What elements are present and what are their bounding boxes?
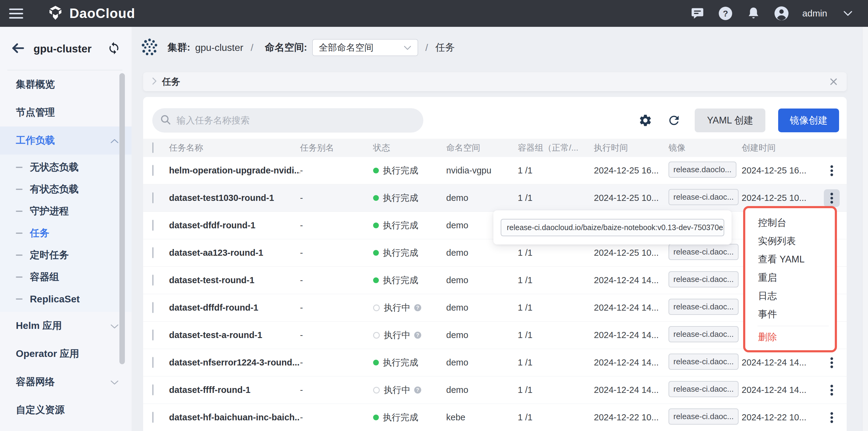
status-help-icon[interactable]: ? (414, 332, 421, 339)
row-checkbox[interactable] (152, 357, 154, 368)
kebab-menu-icon[interactable] (824, 381, 840, 399)
status-help-icon[interactable]: ? (414, 386, 421, 394)
expand-chevron-icon[interactable] (152, 77, 157, 87)
status-help-icon[interactable]: ? (414, 304, 421, 311)
yaml-create-button[interactable]: YAML 创建 (695, 109, 765, 132)
search-input[interactable] (176, 115, 415, 126)
task-name[interactable]: dataset-aa123-round-1 (169, 248, 300, 258)
sidebar-item-statefulsets[interactable]: 有状态负载 (0, 178, 131, 200)
task-name[interactable]: dataset-dffdf-round-1 (169, 303, 300, 313)
image-cell: release.daoclo... (669, 162, 742, 180)
namespace-select[interactable]: 全部命名空间 (312, 39, 418, 56)
status-success-dot (373, 277, 379, 283)
user-chevron-down-icon[interactable] (841, 6, 855, 21)
status-cell: 执行完成 (373, 411, 446, 424)
kebab-menu-icon[interactable] (824, 189, 840, 207)
sidebar-item-custom-resources[interactable]: 自定义资源 (0, 396, 131, 424)
sidebar-item-label: Helm 应用 (16, 319, 62, 333)
row-checkbox[interactable] (152, 302, 154, 313)
sidebar-item-daemonsets[interactable]: 守护进程 (0, 200, 131, 222)
menu-item-view-yaml[interactable]: 查看 YAML (745, 250, 835, 268)
row-checkbox[interactable] (152, 275, 154, 286)
kebab-menu-icon[interactable] (824, 409, 840, 426)
status-label: 执行完成 (383, 356, 418, 369)
sidebar-item-cluster-overview[interactable]: 集群概览 (0, 70, 131, 98)
row-checkbox[interactable] (152, 192, 154, 203)
sidebar-item-replicaset[interactable]: ReplicaSet (0, 288, 131, 310)
status-success-dot (373, 195, 379, 201)
menu-item-instance-list[interactable]: 实例列表 (745, 232, 835, 250)
pods-cell: 1 /1 (518, 248, 594, 258)
row-checkbox[interactable] (152, 329, 154, 341)
exec-time-cell: 2024-12-24 14... (594, 357, 669, 368)
kebab-menu-icon[interactable] (824, 162, 840, 179)
sidebar-scrollbar[interactable] (119, 73, 125, 364)
namespace-cell: demo (446, 248, 518, 258)
back-icon[interactable] (11, 43, 24, 55)
avatar[interactable] (774, 6, 789, 21)
task-name[interactable]: dataset-hf-baichuan-inc-baich... (169, 412, 300, 423)
pods-cell: 1 /1 (518, 166, 594, 176)
namespace-label: 命名空间: (265, 41, 307, 54)
sidebar-item-workloads[interactable]: 工作负载 (0, 126, 131, 154)
col-task-name: 任务名称 (169, 142, 300, 154)
separator: / (251, 42, 253, 53)
sidebar-item-deployments[interactable]: 无状态负载 (0, 156, 131, 178)
help-icon[interactable]: ? (718, 6, 733, 21)
pods-cell: 1 /1 (518, 303, 594, 313)
image-tag: release-ci.daoc... (669, 408, 739, 425)
sidebar-item-operator-apps[interactable]: Operator 应用 (0, 340, 131, 368)
image-create-button[interactable]: 镜像创建 (778, 109, 839, 132)
task-alias: - (300, 220, 373, 230)
row-checkbox[interactable] (152, 412, 154, 423)
task-name[interactable]: dataset-test1030-round-1 (169, 193, 300, 203)
status-success-dot (373, 360, 379, 366)
sidebar-item-cronjobs[interactable]: 定时任务 (0, 244, 131, 266)
sidebar-item-node-management[interactable]: 节点管理 (0, 98, 131, 126)
menu-item-delete[interactable]: 删除 (745, 328, 835, 346)
sidebar-item-jobs[interactable]: 任务 (0, 222, 131, 244)
page-title: 任务 (435, 41, 455, 54)
image-tag: release-ci.daoc... (669, 271, 739, 287)
status-cell: 执行完成 (373, 247, 446, 259)
sidebar-item-container-network[interactable]: 容器网络 (0, 368, 131, 396)
row-checkbox[interactable] (152, 384, 154, 395)
close-icon[interactable] (829, 77, 838, 86)
row-checkbox[interactable] (152, 220, 154, 231)
dash-icon (16, 255, 23, 256)
status-cell: 执行完成 (373, 165, 446, 177)
row-checkbox[interactable] (152, 165, 154, 176)
task-name[interactable]: dataset-dfdf-round-1 (169, 220, 300, 230)
status-label: 执行完成 (383, 165, 418, 177)
task-name[interactable]: dataset-nfserror1224-3-round... (169, 357, 300, 368)
menu-item-events[interactable]: 事件 (745, 305, 835, 323)
refresh-icon[interactable] (666, 113, 682, 128)
menu-item-console[interactable]: 控制台 (745, 214, 835, 232)
row-checkbox[interactable] (152, 247, 154, 258)
bell-icon[interactable] (746, 6, 761, 21)
select-chevron-down-icon (404, 42, 411, 53)
status-cell: 执行完成 (373, 274, 446, 287)
toolbar: YAML 创建 镜像创建 (152, 108, 839, 133)
task-name[interactable]: dataset-ffff-round-1 (169, 385, 300, 395)
menu-item-restart[interactable]: 重启 (745, 268, 835, 287)
kebab-menu-icon[interactable] (824, 354, 840, 372)
chat-icon[interactable] (690, 6, 705, 21)
image-cell: release-ci.daoc... (669, 244, 742, 262)
gear-icon[interactable] (638, 113, 653, 128)
sidebar-item-helm-apps[interactable]: Helm 应用 (0, 312, 131, 340)
image-tooltip: release-ci.daocloud.io/baize/baize-noteb… (493, 210, 732, 245)
menu-item-logs[interactable]: 日志 (745, 287, 835, 305)
task-alias: - (300, 412, 373, 423)
task-name[interactable]: dataset-test-a-round-1 (169, 330, 300, 340)
task-name[interactable]: dataset-test-round-1 (169, 275, 300, 285)
sidebar-item-pods[interactable]: 容器组 (0, 266, 131, 288)
brand[interactable]: DaoCloud (48, 5, 135, 22)
page-scrollbar[interactable] (862, 27, 868, 431)
select-all-checkbox[interactable] (152, 142, 154, 153)
task-name[interactable]: helm-operation-upgrade-nvidi... (169, 166, 300, 176)
daocloud-logo-icon (48, 5, 63, 22)
hamburger-menu-icon[interactable] (9, 8, 23, 19)
dash-icon (16, 189, 23, 190)
sync-icon[interactable] (107, 41, 121, 56)
